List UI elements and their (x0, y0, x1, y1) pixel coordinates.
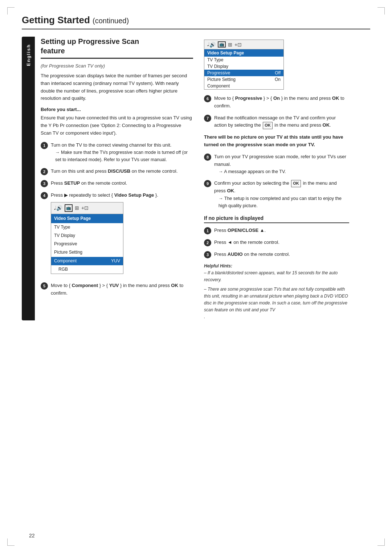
if-no-picture-title: If no picture is displayed (204, 215, 349, 223)
menu-table-1: 𝅘𝅥 🔊 📺 ⊞ +⊡ Video Setup Page TV Type TV … (51, 202, 123, 274)
step-7-num: 7 (204, 115, 211, 122)
step-2: 2 Turn on this unit and press DISC/USB o… (41, 168, 193, 175)
icon-video-active-2: 📺 (218, 41, 226, 48)
icon-grid-2: ⊞ (228, 42, 232, 48)
if-no-step-1-content: Press OPEN/CLOSE ▲. (214, 227, 349, 234)
menu-row-picturesetting-2: Picture SettingOn (204, 76, 283, 83)
if-no-step-2-content: Press ◄ on the remote control. (214, 239, 349, 246)
ok-box-7: OK (263, 122, 273, 129)
step-5-num: 5 (41, 282, 48, 290)
if-no-step-3-num: 3 (204, 251, 211, 258)
menu-row-tvtype-1: TV Type (51, 223, 123, 232)
icon-audio: 🔊 (56, 204, 62, 212)
step-1-note: Make sure that the TVs progressive scan … (51, 149, 193, 163)
if-no-step-2: 2 Press ◄ on the remote control. (204, 239, 349, 246)
if-no-step-3-content: Press AUDIO on the remote control. (214, 251, 349, 258)
step-4: 4 Press ▶ repeatedly to select { Video S… (41, 192, 193, 278)
section-title: Setting up Progressive Scan feature (41, 37, 193, 59)
icon-video-active: 📺 (65, 204, 73, 212)
menu-header-2: Video Setup Page (204, 49, 283, 57)
hint-period: . (204, 314, 349, 320)
hint-1: – If a blank/distorted screen appears, w… (204, 270, 349, 283)
menu-header-1: Video Setup Page (51, 214, 123, 223)
hint-2: – There are some progressive scan TVs th… (204, 286, 349, 314)
step-9-note: The setup is now completed and you can s… (214, 195, 349, 209)
if-no-step-1-num: 1 (204, 227, 211, 234)
main-layout: English Setting up Progressive Scan feat… (22, 37, 370, 320)
ok-box-9: OK (291, 180, 301, 187)
menu-row-component-2: Component (204, 83, 283, 89)
step-8-note: A message appears on the TV. (214, 168, 349, 175)
icon-plus-2: +⊡ (234, 42, 242, 48)
step-3-content: Press SETUP on the remote control. (51, 180, 193, 187)
helpful-hints: Helpful Hints: – If a blank/distorted sc… (204, 263, 349, 321)
step-5-content: Move to { Component } > { YUV } in the m… (51, 282, 193, 297)
hints-title: Helpful Hints: (204, 263, 349, 270)
menu-row-picturesetting-1: Picture Setting (51, 248, 123, 257)
menu-row-tvdisplay-1: TV Display (51, 232, 123, 240)
if-no-step-2-num: 2 (204, 239, 211, 246)
step-4-content: Press ▶ repeatedly to select { Video Set… (51, 192, 193, 278)
step-6-num: 6 (204, 95, 211, 102)
menu-row-rgb-1: RGB (51, 265, 123, 274)
step-3-num: 3 (41, 180, 48, 187)
menu-row-component-1: ComponentYUV (51, 257, 123, 265)
sidebar: English (22, 37, 35, 320)
sidebar-language-label: English (26, 44, 31, 66)
step-2-num: 2 (41, 168, 48, 175)
if-no-step-1: 1 Press OPEN/CLOSE ▲. (204, 227, 349, 234)
step-8-content: Turn on your TV progressive scan mode, r… (214, 153, 349, 176)
step-1-num: 1 (41, 142, 48, 149)
warning-block: There will be no picture on your TV at t… (204, 134, 349, 149)
page-title: Getting Started (continued) (22, 15, 370, 29)
step-5: 5 Move to { Component } > { YUV } in the… (41, 282, 193, 297)
icon-plus: +⊡ (81, 204, 89, 212)
menu-icons-row-2: 𝅘𝅥 🔊 📺 ⊞ +⊡ (204, 40, 283, 49)
step-8: 8 Turn on your TV progressive scan mode,… (204, 153, 349, 176)
step-7-content: Read the notification message on the TV … (214, 114, 349, 130)
step-7: 7 Read the notification message on the T… (204, 114, 349, 130)
menu-row-progressive-1: Progressive (51, 240, 123, 248)
step-3: 3 Press SETUP on the remote control. (41, 180, 193, 187)
step-1-content: Turn on the TV to the correct viewing ch… (51, 142, 193, 164)
menu-table-2: 𝅘𝅥 🔊 📺 ⊞ +⊡ Video Setup Page TV Type TV … (204, 40, 284, 90)
step-6-content: Move to { Progressive } > { On } in the … (214, 95, 349, 110)
page-title-continued: (continued) (93, 17, 129, 25)
step-9-num: 9 (204, 180, 211, 187)
step-9-content: Confirm your action by selecting the OK … (214, 180, 349, 209)
step-6: 6 Move to { Progressive } > { On } in th… (204, 95, 349, 110)
step-2-content: Turn on this unit and press DISC/USB on … (51, 168, 193, 175)
page-container: Getting Started (continued) English Sett… (0, 0, 392, 553)
menu-row-tvdisplay-2: TV Display (204, 63, 283, 70)
content-area: Setting up Progressive Scan feature (for… (35, 37, 370, 320)
menu-row-tvtype-2: TV Type (204, 57, 283, 63)
icon-grid: ⊞ (75, 204, 79, 212)
before-start-heading: Before you start... (41, 107, 193, 112)
menu-icons-row-1: 𝅘𝅥 🔊 📺 ⊞ +⊡ (51, 202, 123, 214)
col-right: 𝅘𝅥 🔊 📺 ⊞ +⊡ Video Setup Page TV Type TV … (204, 37, 349, 320)
step-4-num: 4 (41, 192, 48, 199)
step-9: 9 Confirm your action by selecting the O… (204, 180, 349, 209)
before-start-text: Ensure that you have connected this unit… (41, 114, 193, 137)
step-8-num: 8 (204, 153, 211, 161)
page-number: 22 (29, 533, 35, 538)
intro-text: (for Progressive Scan TV only) (41, 63, 193, 69)
step-1: 1 Turn on the TV to the correct viewing … (41, 142, 193, 164)
page-title-text: Getting Started (22, 15, 90, 25)
body-text: The progressive scan displays twice the … (41, 72, 193, 102)
col-left: Setting up Progressive Scan feature (for… (41, 37, 193, 320)
icon-audio-2: 🔊 (209, 42, 216, 48)
if-no-step-3: 3 Press AUDIO on the remote control. (204, 251, 349, 258)
menu-row-progressive-2: ProgressiveOff (204, 70, 283, 76)
